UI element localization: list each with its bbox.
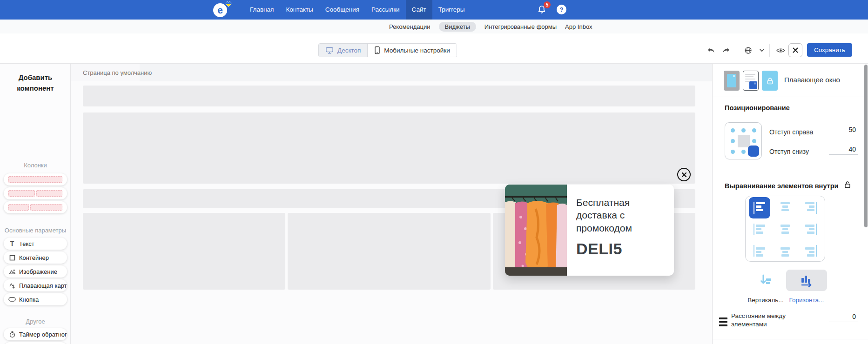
component-container[interactable]: Контейнер (4, 251, 67, 264)
text-icon: T (8, 240, 16, 247)
vertical-layout-button[interactable] (745, 270, 786, 291)
offset-bottom-input[interactable]: 40 (829, 146, 858, 155)
top-navbar: e Главная Контакты Сообщения Рассылки Са… (0, 0, 868, 20)
position-top-center[interactable] (741, 128, 746, 132)
subnav-integrated-forms[interactable]: Интегрированные формы (484, 22, 557, 32)
column-placeholder (8, 190, 35, 197)
mobile-settings-tab[interactable]: Мобильные настройки (368, 44, 456, 57)
position-middle-left[interactable] (731, 139, 735, 143)
widget-close-button[interactable] (677, 168, 691, 181)
mobile-icon (374, 46, 380, 54)
toolbar-divider (769, 44, 770, 57)
panel-divider (713, 97, 868, 97)
position-top-right[interactable] (752, 128, 756, 132)
lock-thumb-icon (767, 77, 774, 85)
column-placeholder (36, 190, 63, 197)
column-placeholder (8, 176, 62, 183)
align-option-top-right[interactable] (800, 197, 821, 218)
menu-item-site[interactable]: Сайт (406, 0, 432, 20)
widget-type-gated[interactable] (762, 71, 778, 91)
globe-icon (744, 46, 753, 55)
page-tab-default[interactable]: Страница по умолчанию (71, 64, 140, 81)
align-option-bottom-center[interactable] (774, 240, 796, 261)
vertical-layout-label[interactable]: Вертикаль... (745, 297, 786, 304)
column-layout-1col[interactable] (4, 173, 67, 185)
language-dropdown[interactable] (755, 43, 769, 57)
language-button[interactable] (741, 43, 755, 57)
panel-scrollbar[interactable] (864, 65, 868, 227)
floating-image-icon (8, 282, 16, 289)
widget-text: Бесплатная доставка с промокодом (576, 196, 665, 234)
component-slider[interactable]: Слайдер (4, 342, 67, 344)
component-text[interactable]: T Текст (4, 238, 67, 250)
floating-widget-preview[interactable]: Бесплатная доставка с промокодом DELI5 (505, 185, 674, 276)
horizontal-layout-button[interactable] (786, 270, 827, 291)
device-toggle: Десктоп Мобильные настройки (318, 43, 457, 57)
position-bottom-center[interactable] (741, 150, 746, 154)
menu-item-contacts[interactable]: Контакты (280, 0, 319, 20)
question-icon: ? (560, 6, 564, 13)
menu-item-campaigns[interactable]: Рассылки (365, 0, 406, 20)
spacing-icon (719, 318, 727, 326)
component-image[interactable]: Изображение (4, 265, 67, 278)
position-bottom-left[interactable] (731, 150, 735, 154)
section-label-basic: Основные параметры (0, 227, 71, 234)
close-icon (792, 47, 799, 53)
horizontal-layout-label[interactable]: Горизонта... (786, 297, 827, 304)
help-button[interactable]: ? (557, 5, 566, 14)
column-layout-1-2col[interactable] (4, 201, 67, 213)
offset-bottom-label: Отступ снизу (769, 148, 809, 155)
notifications-button[interactable]: 5 (536, 4, 547, 15)
component-floating-image[interactable]: Плавающая карти (4, 279, 67, 291)
container-icon (8, 255, 16, 261)
notification-badge: 5 (544, 1, 551, 8)
canvas-top-strip (71, 64, 712, 81)
page-placeholder-column (83, 213, 285, 290)
position-selector (725, 122, 762, 159)
column-placeholder (8, 204, 29, 211)
subnav-widgets[interactable]: Виджеты (439, 22, 476, 32)
menu-item-messages[interactable]: Сообщения (319, 0, 365, 20)
component-button[interactable]: Кнопка (4, 293, 67, 305)
column-layout-2col[interactable] (4, 187, 67, 199)
unlock-icon (844, 181, 851, 188)
app-logo[interactable]: e (213, 2, 235, 18)
timer-icon (8, 331, 16, 338)
alignment-lock-button[interactable] (844, 181, 851, 188)
offset-right-input[interactable]: 50 (829, 126, 858, 135)
popup-thumb-icon: ✕ (727, 74, 736, 87)
align-option-bottom-left[interactable] (749, 240, 770, 261)
spacing-input[interactable]: 0 (829, 313, 858, 322)
toolbar-divider (737, 44, 737, 57)
undo-icon (707, 46, 716, 55)
align-option-middle-left[interactable] (749, 218, 770, 240)
widget-type-floating-window[interactable]: ✕ (743, 71, 759, 91)
position-middle-right[interactable] (752, 139, 756, 143)
redo-icon (721, 46, 731, 55)
align-option-top-center[interactable] (774, 197, 796, 218)
align-option-top-left[interactable] (749, 197, 770, 218)
undo-button[interactable] (704, 43, 718, 57)
component-countdown-timer[interactable]: Таймер обратного (4, 328, 67, 340)
sidebar-title: Добавить компонент (0, 72, 71, 94)
widget-type-popup[interactable]: ✕ (724, 71, 740, 91)
position-bottom-right-selected[interactable] (748, 146, 759, 157)
subnav-recommendations[interactable]: Рекомендации (389, 22, 431, 32)
align-option-bottom-right[interactable] (800, 240, 821, 261)
redo-button[interactable] (719, 43, 733, 57)
position-top-left[interactable] (731, 128, 735, 132)
preview-button[interactable] (774, 43, 787, 57)
subnav-app-inbox[interactable]: App Inbox (565, 22, 592, 32)
save-button[interactable]: Сохранить (807, 43, 852, 57)
widget-content: Бесплатная доставка с промокодом DELI5 (567, 185, 674, 276)
widget-close-icon (681, 172, 687, 178)
menu-item-home[interactable]: Главная (244, 0, 280, 20)
align-option-middle-center[interactable] (774, 218, 796, 240)
column-placeholder (30, 204, 62, 211)
desktop-tab[interactable]: Десктоп (319, 44, 368, 57)
align-option-middle-right[interactable] (800, 218, 821, 240)
widget-settings-panel: ✕ ✕ Плавающее окно Позиционирование (712, 64, 868, 344)
site-subnav: Рекомендации Виджеты Интегрированные фор… (0, 20, 868, 33)
close-editor-button[interactable] (788, 43, 802, 57)
menu-item-triggers[interactable]: Триггеры (432, 0, 471, 20)
